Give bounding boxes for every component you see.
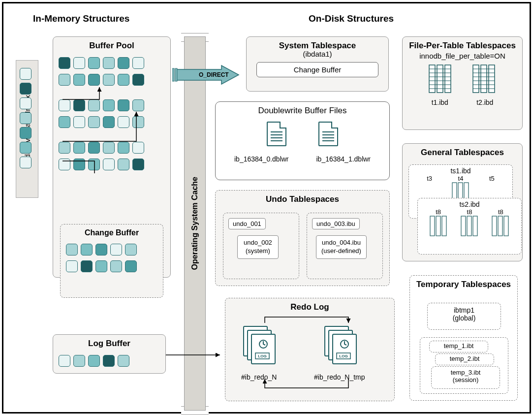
- fpt-t2: t2.ibd: [476, 98, 493, 106]
- ibtmp1: ibtmp1: [428, 306, 501, 314]
- o-direct-label: O_DIRECT: [199, 71, 229, 78]
- svg-rect-41: [492, 216, 497, 236]
- t5: t5: [489, 175, 495, 182]
- architecture-diagram: In-Memory Structures On-Disk Structures …: [2, 2, 531, 414]
- undo-001: undo_001: [228, 218, 266, 229]
- undo-002-sub: (system): [244, 247, 272, 255]
- temp-ts-box: Temporary Tablespaces ibtmp1 (global) te…: [409, 275, 518, 401]
- adaptive-hash-cells: [20, 65, 31, 171]
- temp-global: ibtmp1 (global): [427, 303, 501, 330]
- tablespace-icon: [461, 216, 478, 237]
- temp1: temp_1.ibt: [429, 341, 488, 352]
- t8a: t8: [436, 208, 441, 216]
- fpt-sub: innodb_file_per_table=ON: [403, 52, 522, 60]
- change-buffer-box: Change Buffer: [60, 224, 163, 298]
- tablespace-icon: [472, 64, 497, 95]
- redo-arrows: [245, 315, 368, 394]
- t8c: t8: [498, 208, 503, 216]
- undo-box: Undo Tablespaces undo_001 undo_002 (syst…: [215, 190, 390, 286]
- undo-004: undo_004.ibu: [321, 239, 361, 247]
- undo-user-group: undo_003.ibu undo_004.ibu (user-defined): [307, 213, 383, 279]
- header-inmem: In-Memory Structures: [33, 13, 129, 24]
- temp3: temp_3.ibt: [432, 369, 500, 376]
- log-buffer-box: Log Buffer: [53, 334, 166, 374]
- fpt-box: File-Per-Table Tablespaces innodb_file_p…: [402, 36, 523, 130]
- ts2-group: ts2.ibd t8 t8 t8: [417, 198, 522, 255]
- undo-003: undo_003.ibu: [312, 218, 360, 229]
- fpt-t1: t1.ibd: [432, 98, 448, 106]
- temp-session-sub: (session): [432, 376, 500, 383]
- svg-rect-39: [467, 216, 471, 236]
- os-cache-label: Operating System Cache: [190, 177, 199, 270]
- svg-rect-0: [172, 68, 174, 81]
- svg-rect-42: [498, 216, 502, 236]
- ibtmp1-sub: (global): [428, 314, 501, 322]
- t8b: t8: [467, 208, 472, 216]
- general-ts-box: General Tablespaces ts1.ibd t3 t4 t5 ts2…: [402, 143, 523, 261]
- system-ts-title: System Tablespace: [247, 37, 388, 51]
- temp-title: Temporary Tablespaces: [410, 276, 517, 291]
- ts1-label: ts1.ibd: [409, 167, 512, 175]
- svg-rect-38: [461, 216, 466, 236]
- system-tablespace: System Tablespace (ibdata1) Change Buffe…: [246, 36, 389, 92]
- file-icon: [267, 122, 286, 148]
- buffer-pool-arrows: [53, 82, 161, 181]
- temp3-box: temp_3.ibt (session): [431, 366, 500, 389]
- tablespace-icon: [492, 216, 509, 237]
- svg-rect-43: [504, 216, 508, 236]
- log-buffer-title: Log Buffer: [53, 335, 165, 351]
- tablespace-icon: [428, 64, 453, 95]
- tablespace-icon: [430, 216, 447, 237]
- svg-rect-40: [473, 216, 477, 236]
- redo-n: #ib_redo_N: [241, 373, 277, 381]
- dblwr-title: Doublewrite Buffer Files: [216, 102, 389, 118]
- redo-title: Redo Log: [225, 298, 394, 314]
- svg-rect-35: [430, 216, 435, 236]
- redo-n-tmp: #ib_redo_N_tmp: [314, 373, 365, 381]
- undo-004-sub: (user-defined): [321, 247, 361, 255]
- log-buffer-arrow: [166, 348, 225, 368]
- svg-rect-36: [436, 216, 440, 236]
- ts2-label: ts2.ibd: [418, 200, 521, 208]
- system-ts-change-buffer: Change Buffer: [256, 62, 378, 77]
- undo-title: Undo Tablespaces: [216, 191, 389, 206]
- undo-002: undo_002: [244, 239, 272, 247]
- fpt-title: File-Per-Table Tablespaces: [403, 37, 522, 53]
- system-ts-sub: (ibdata1): [247, 50, 388, 58]
- svg-rect-37: [442, 216, 446, 236]
- t4: t4: [458, 175, 464, 182]
- file-icon: [318, 122, 338, 148]
- redo-box: Redo Log LOG LOG #ib_redo_N #ib_redo_N_t…: [225, 298, 395, 401]
- dblwr-f2: ib_16384_1.dblwr: [316, 155, 371, 163]
- svg-rect-1: [175, 68, 177, 81]
- t3: t3: [427, 175, 432, 182]
- buffer-pool-title: Buffer Pool: [53, 37, 170, 53]
- dblwr-f1: ib_16384_0.dblwr: [234, 155, 289, 163]
- change-buffer-title: Change Buffer: [61, 224, 163, 239]
- undo-system-group: undo_001 undo_002 (system): [223, 213, 299, 279]
- temp-session-group: temp_1.ibt temp_2.ibt temp_3.ibt (sessio…: [420, 337, 508, 394]
- general-title: General Tablespaces: [403, 144, 522, 160]
- header-ondisk: On-Disk Structures: [309, 13, 394, 24]
- temp2: temp_2.ibt: [435, 353, 494, 365]
- doublewrite-box: Doublewrite Buffer Files ib_16384_0.dblw…: [215, 101, 390, 180]
